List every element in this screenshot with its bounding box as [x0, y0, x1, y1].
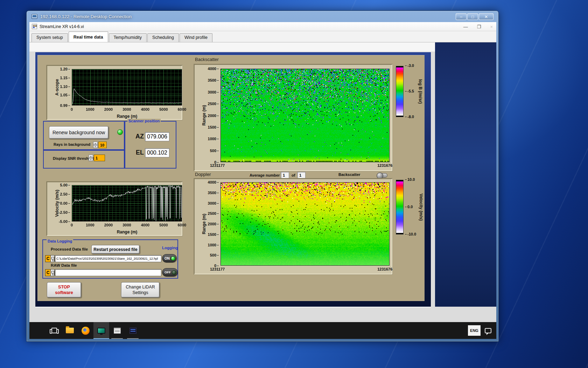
taskbar-data-app-button[interactable]: [125, 322, 141, 339]
raw-logging-toggle[interactable]: OFF: [162, 268, 178, 277]
x-axis-tick-label: 5000: [157, 107, 171, 111]
snr-spinner[interactable]: ▲▼: [89, 155, 93, 161]
rays-value-field[interactable]: 10: [98, 142, 107, 148]
raw-path-input[interactable]: [55, 269, 161, 276]
firefox-icon: [82, 327, 90, 335]
y-axis-tick-label: 2500: [202, 102, 219, 106]
tab-scheduling[interactable]: Scheduling: [147, 33, 179, 42]
taskbar-scan-scheduler-button[interactable]: [109, 322, 125, 339]
y-axis-tick-label: 500: [202, 149, 219, 153]
average-number-field-2[interactable]: 1: [297, 172, 306, 178]
rdp-window: 192.168.0.122 - Remote Desktop Connectio…: [26, 11, 499, 342]
x-axis-tick-label: 6000: [175, 107, 189, 111]
taskbar-active-app-button[interactable]: [93, 322, 109, 339]
az-value-field[interactable]: 079.006: [145, 132, 169, 141]
y-axis-tick-label: 4000: [202, 67, 219, 71]
backscatter-colorbar: [396, 66, 404, 117]
raw-path-browse-icon[interactable]: [51, 269, 55, 276]
rdp-maximize-button[interactable]: □: [467, 13, 478, 20]
x-axis-tick-label: 6000: [175, 223, 189, 227]
doppler-title: Doppler: [195, 172, 211, 177]
data-logging-title: Data Logging: [47, 239, 73, 243]
el-label: EL: [136, 149, 144, 156]
colorbar-tick-label: -3.0: [407, 63, 414, 68]
velocity-x-axis-label: Range (m): [117, 230, 138, 234]
snr-value-field[interactable]: 1: [94, 155, 105, 161]
velocity-canvas: [72, 185, 182, 221]
chat-icon[interactable]: [485, 328, 491, 333]
data-logging-group: Data Logging Processed Data file Restart…: [42, 239, 178, 279]
rdp-icon: [31, 14, 37, 19]
a-scope-x-axis-label: Range (m): [117, 114, 138, 119]
tab-system-setup[interactable]: System setup: [31, 33, 68, 42]
raw-drive-box[interactable]: C: [45, 269, 51, 276]
rays-in-background-label: Rays in background: [54, 142, 90, 146]
colorbar-tick-label: 10.0: [407, 177, 415, 182]
y-axis-tick-label: 1.20: [53, 67, 70, 71]
backscatter-toggle-switch[interactable]: [377, 173, 387, 178]
processed-logging-toggle[interactable]: ON: [162, 254, 177, 263]
y-axis-tick-label: 3000: [202, 201, 219, 205]
restart-processed-file-button[interactable]: Restart processed file: [91, 245, 140, 254]
doppler-colorbar: [396, 180, 404, 234]
rays-spinner[interactable]: ▲▼: [93, 142, 98, 148]
colorbar-tick-label: -8.0: [407, 115, 414, 119]
background-controls-group: Renew background now Rays in background …: [43, 121, 125, 150]
tab-wind-profile[interactable]: Wind profile: [180, 33, 212, 42]
app-minimize-button[interactable]: —: [463, 25, 468, 29]
backscatter-x-end-label: 1231676: [357, 163, 392, 168]
el-value-field[interactable]: 000.102: [145, 148, 169, 157]
x-axis-tick-label: 2000: [102, 107, 115, 111]
processed-drive-box[interactable]: C: [45, 255, 51, 262]
rdp-minimize-button[interactable]: –: [456, 13, 467, 20]
app-window-title: StreamLine XR v14-6.vi: [40, 24, 84, 29]
app-close-button[interactable]: ×: [490, 25, 493, 29]
rdp-titlebar[interactable]: 192.168.0.122 - Remote Desktop Connectio…: [27, 11, 498, 22]
doppler-heatmap: [220, 182, 390, 266]
x-axis-tick-label: 3000: [120, 107, 134, 111]
raw-data-file-label: RAW Data file: [51, 263, 77, 267]
y-axis-tick-label: 2.50: [53, 192, 70, 196]
average-number-label: Average number: [250, 173, 280, 177]
tab-temp-humidity[interactable]: Temp/humidity: [109, 33, 147, 42]
taskbar-firefox-button[interactable]: [78, 322, 93, 339]
tab-real-time-data[interactable]: Real time data: [69, 32, 108, 42]
y-axis-tick-label: 1500: [202, 125, 219, 129]
y-axis-tick-label: 0: [202, 160, 219, 164]
change-lidar-settings-button[interactable]: Change LiDAR Settings: [121, 282, 160, 298]
y-axis-tick-label: 2000: [202, 114, 219, 118]
doppler-colorbar-label: Velocity (m/s): [419, 193, 424, 220]
tab-strip: System setupReal time dataTemp/humidityS…: [29, 31, 496, 42]
processed-logging-led: [171, 256, 175, 261]
y-axis-tick-label: 1.15: [53, 76, 70, 80]
taskbar-file-explorer-button[interactable]: [62, 322, 78, 339]
desktop: 192.168.0.122 - Remote Desktop Connectio…: [0, 0, 588, 368]
rdp-window-title: 192.168.0.122 - Remote Desktop Connectio…: [40, 14, 132, 19]
a-scope-canvas: [72, 69, 182, 105]
x-axis-tick-label: 2000: [102, 223, 115, 227]
language-indicator[interactable]: ENG: [468, 325, 481, 336]
backscatter-toggle-label: Backscatter: [338, 172, 360, 177]
taskbar-task-view-button[interactable]: [46, 322, 62, 339]
stop-software-button[interactable]: STOP software: [47, 282, 81, 298]
x-axis-tick-label: 5000: [157, 223, 171, 227]
renew-background-button[interactable]: Renew background now: [49, 126, 108, 139]
y-axis-tick-label: -2.50: [53, 210, 70, 214]
y-axis-tick-label: 1000: [202, 243, 219, 247]
y-axis-tick-label: 1500: [202, 232, 219, 237]
x-axis-tick-label: 4000: [138, 223, 152, 227]
snr-threshold-group: Display SNR threshold ▲▼ 1: [43, 150, 125, 169]
average-number-field-1[interactable]: 1: [281, 172, 289, 178]
app-restore-button[interactable]: ❐: [477, 25, 481, 29]
file-explorer-icon: [66, 328, 74, 333]
processed-path-input[interactable]: C:\Lidar\Data\Proc\2023\202309\20230921\…: [55, 255, 161, 262]
y-axis-tick-label: 5.00: [53, 183, 70, 187]
velocity-plot-container: Velocity (m/s) Range (m) 5.002.500.00-2.…: [47, 182, 182, 236]
rdp-close-button[interactable]: ✕: [479, 13, 493, 20]
y-axis-tick-label: 500: [202, 253, 219, 257]
processed-path-browse-icon[interactable]: [51, 255, 55, 262]
a-scope-plot: [72, 69, 182, 105]
app-titlebar[interactable]: StreamLine XR v14-6.vi — ❐ ×: [29, 22, 496, 31]
doppler-canvas: [221, 183, 389, 265]
of-label: of: [292, 173, 295, 177]
